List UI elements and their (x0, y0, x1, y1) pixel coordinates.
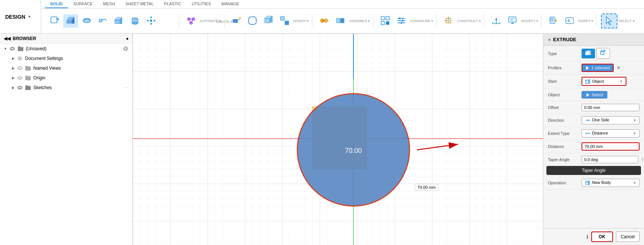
offset-value (582, 104, 640, 111)
fillet-btn[interactable] (245, 14, 260, 28)
cylinder-btn[interactable] (128, 14, 142, 28)
svg-rect-3 (67, 20, 72, 24)
measure-btn[interactable] (489, 14, 504, 28)
scale-btn[interactable] (277, 14, 292, 28)
tab-plastic[interactable]: PLASTIC (159, 0, 187, 8)
profiles-selected-text: 1 selected (591, 66, 610, 70)
start-arrow: ▼ (620, 80, 623, 83)
sidebar-item-unsaved[interactable]: ▼ (Unsaved) (0, 44, 132, 54)
automate-label: AUTOMATE ▾ (200, 19, 221, 23)
canvas-grid (133, 34, 543, 245)
expand-icon-views: ▶ (12, 66, 15, 70)
svg-rect-32 (280, 16, 284, 20)
object-select-btn[interactable]: Select (582, 91, 607, 99)
svg-rect-93 (585, 52, 589, 55)
design-button[interactable]: DESIGN ▼ (0, 0, 41, 33)
extent-dropdown[interactable]: Distance ▼ (582, 129, 640, 137)
sidebar-collapse-btn[interactable]: ◀◀ (4, 36, 10, 41)
settings-icon (123, 46, 129, 52)
taper-value: ⋮ (582, 156, 644, 163)
joint-btn[interactable] (333, 14, 348, 28)
svg-point-13 (132, 22, 138, 24)
direction-value: One Side ▼ (582, 116, 640, 124)
shapes: 70.00 (133, 34, 543, 245)
info-button[interactable]: ℹ (586, 232, 588, 242)
direction-dropdown[interactable]: One Side ▼ (582, 116, 640, 124)
shell-btn[interactable] (261, 14, 276, 28)
svg-rect-42 (381, 16, 384, 20)
expand-icon-origin: ▶ (12, 76, 15, 80)
folder-icon-origin (25, 75, 31, 81)
sketches-label: Sketches (33, 85, 121, 90)
svg-point-80 (19, 77, 21, 79)
distance-value (582, 142, 640, 151)
ok-button[interactable]: OK (591, 232, 613, 242)
insert2-btn[interactable]: A (562, 14, 577, 28)
cancel-button[interactable]: Cancel (616, 232, 640, 242)
doc-settings-label: Document Settings (25, 56, 129, 61)
direction-arrow: ▼ (633, 119, 636, 122)
modify-label: MODIFY ▾ (293, 19, 309, 23)
toolbar-tabs: SOLID SURFACE MESH SHEET METAL PLASTIC U… (41, 0, 644, 33)
tab-sheet-metal[interactable]: SHEET METAL (120, 0, 159, 8)
type-label: Type (548, 51, 582, 56)
sidebar-item-named-views[interactable]: ▶ Named Views (0, 63, 132, 73)
browser-close-btn[interactable]: ● (126, 36, 129, 41)
type-surface-btn[interactable] (597, 48, 610, 59)
type-solid-btn[interactable] (582, 49, 595, 58)
sidebar-item-doc-settings[interactable]: ▶ Document Settings (0, 54, 132, 63)
select-label: SELECT ▾ (619, 19, 634, 23)
tab-solid[interactable]: SOLID (45, 0, 68, 8)
new-component-btn[interactable] (47, 14, 62, 28)
revolve-btn[interactable] (79, 14, 94, 28)
taper-input[interactable] (582, 156, 638, 163)
tab-mesh[interactable]: MESH (98, 0, 120, 8)
automate-btn[interactable] (184, 14, 199, 28)
ok-label: OK (599, 234, 605, 239)
eye-icon-origin (17, 75, 23, 81)
params-btn[interactable] (394, 14, 409, 28)
extrude-btn[interactable] (63, 14, 78, 28)
inspect-btn[interactable] (505, 14, 520, 28)
svg-point-74 (125, 48, 127, 50)
named-views-label: Named Views (33, 66, 129, 71)
profiles-clear-btn[interactable]: ✕ (617, 65, 620, 70)
start-dropdown-btn[interactable]: Object ▼ (582, 77, 626, 86)
tab-utilities[interactable]: UTILITIES (187, 0, 216, 8)
insert-btn[interactable] (546, 14, 561, 28)
operation-dropdown[interactable]: New Body ▼ (582, 179, 640, 187)
tooltip-text: Taper Angle (582, 168, 605, 173)
svg-rect-8 (115, 20, 120, 24)
svg-text:A: A (567, 19, 570, 23)
modify-btn[interactable] (229, 14, 244, 28)
offset-input[interactable] (582, 104, 640, 111)
folder-icon-sketches (25, 85, 31, 91)
insert-label: INSERT ▾ (578, 19, 593, 23)
sidebar-item-origin[interactable]: ▶ Origin (0, 73, 132, 83)
extent-text: Distance (585, 131, 608, 136)
type-value (582, 48, 640, 59)
canvas-area[interactable]: 70.00 70.00 mm (133, 34, 543, 245)
operation-text: New Body (585, 180, 611, 185)
taper-more-btn[interactable]: ⋮ (640, 157, 644, 163)
panel-row-operation: Operation New Body ▼ (543, 176, 644, 190)
tab-surface[interactable]: SURFACE (68, 0, 98, 8)
configure-btn[interactable] (378, 14, 393, 28)
sidebar: ◀◀ BROWSER ● ▼ (Unsaved) ▶ Document Sett (0, 34, 133, 245)
box-btn[interactable] (111, 14, 126, 28)
select-tool-btn[interactable] (601, 13, 617, 28)
move-btn[interactable] (144, 14, 159, 28)
sweep-btn[interactable] (95, 14, 110, 28)
sidebar-item-sketches[interactable]: ▶ Sketches ‧‧‧‧‧ (0, 83, 132, 93)
svg-marker-66 (555, 19, 557, 22)
construct-btn[interactable] (441, 14, 456, 28)
svg-marker-98 (586, 66, 589, 70)
distance-input[interactable] (582, 142, 640, 151)
panel-row-distance: Distance (543, 140, 644, 153)
tab-manage[interactable]: MANAGE (216, 0, 245, 8)
browser-label: BROWSER (13, 36, 36, 41)
svg-rect-29 (265, 18, 270, 23)
profiles-selected-badge[interactable]: 1 selected (582, 64, 614, 72)
svg-marker-103 (586, 93, 589, 97)
assemble-btn[interactable] (317, 14, 332, 28)
